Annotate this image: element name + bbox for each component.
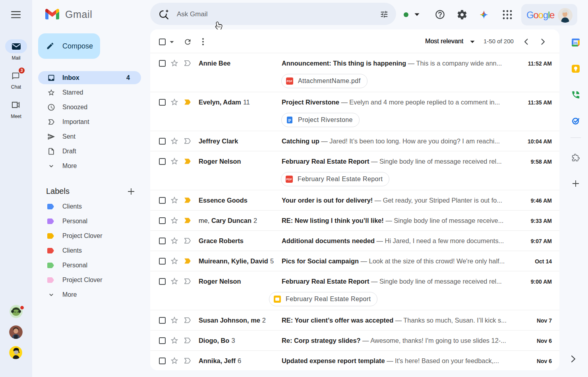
- svg-text:PDF: PDF: [286, 178, 292, 181]
- svg-text:31: 31: [574, 41, 578, 45]
- svg-text:PDF: PDF: [287, 80, 292, 83]
